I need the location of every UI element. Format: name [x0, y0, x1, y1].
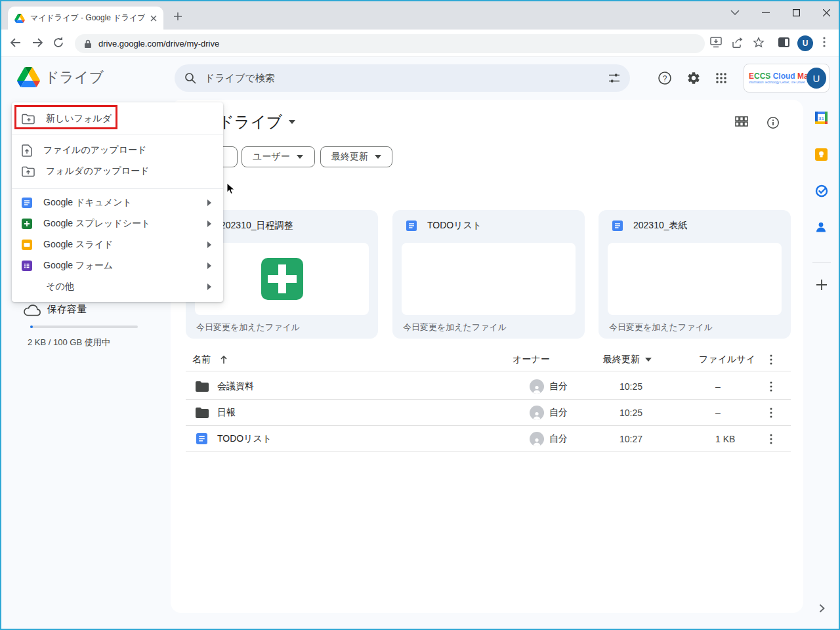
submenu-arrow-icon	[207, 220, 211, 227]
bookmark-star-icon[interactable]	[753, 37, 765, 49]
sort-ascending-icon[interactable]	[220, 355, 228, 364]
forms-app-icon	[22, 261, 32, 271]
docs-file-icon	[612, 220, 623, 231]
menu-item-label: その他	[46, 281, 196, 293]
table-row[interactable]: 会議資料 自分 10:25 –	[186, 373, 791, 400]
file-name: TODOリスト	[217, 426, 272, 452]
file-size: –	[715, 373, 721, 399]
menu-item-google-forms[interactable]: Google フォーム	[12, 255, 223, 276]
owner-avatar	[530, 373, 544, 399]
chip-label: ユーザー	[253, 151, 290, 163]
table-row[interactable]: TODOリスト 自分 10:27 1 KB	[186, 426, 791, 452]
chevron-down-icon	[289, 120, 295, 124]
menu-divider	[12, 135, 223, 135]
browser-menu-icon[interactable]	[823, 37, 826, 47]
reload-icon[interactable]	[52, 36, 65, 49]
search-input[interactable]: ドライブで検索	[175, 64, 630, 92]
slides-app-icon	[22, 240, 32, 250]
modified-time: 10:27	[620, 426, 642, 452]
settings-gear-icon[interactable]	[686, 71, 701, 85]
back-icon[interactable]	[9, 36, 22, 49]
submenu-arrow-icon	[207, 200, 211, 206]
menu-item-label: ファイルのアップロード	[43, 144, 211, 156]
calendar-icon[interactable]: 31	[815, 112, 828, 125]
card-reason: 今日変更を加えたファイル	[196, 322, 300, 333]
drive-favicon	[14, 14, 25, 23]
keep-icon[interactable]	[815, 148, 828, 161]
account-avatar[interactable]: U	[807, 68, 826, 89]
tab-strip: マイドライブ - Google ドライブ	[1, 1, 839, 30]
browser-window: マイドライブ - Google ドライブ	[0, 0, 840, 630]
storage-progress-bar	[30, 326, 138, 328]
suggested-card[interactable]: TODOリスト 今日変更を加えたファイル	[392, 210, 585, 339]
row-more-options-icon[interactable]	[770, 426, 772, 452]
menu-item-google-sheets[interactable]: Google スプレッドシート	[12, 213, 223, 234]
menu-item-label: フォルダのアップロード	[46, 165, 211, 177]
menu-item-file-upload[interactable]: ファイルのアップロード	[12, 140, 223, 161]
share-icon[interactable]	[731, 37, 744, 49]
owner-name: 自分	[549, 400, 568, 425]
column-size[interactable]: ファイルサイ	[699, 348, 755, 371]
new-tab-button[interactable]	[173, 12, 182, 21]
browser-toolbar: drive.google.com/drive/my-drive U	[1, 30, 839, 57]
browser-profile-avatar[interactable]: U	[797, 35, 813, 51]
file-name: 会議資料	[217, 373, 254, 399]
search-placeholder: ドライブで検索	[205, 72, 600, 85]
apps-grid-icon[interactable]	[715, 72, 728, 85]
menu-item-google-docs[interactable]: Google ドキュメント	[12, 192, 223, 213]
docs-file-icon	[406, 220, 417, 231]
owner-name: 自分	[549, 373, 568, 399]
sort-descending-icon[interactable]	[645, 358, 652, 362]
app-name: ドライブ	[45, 68, 104, 87]
download-icon[interactable]	[709, 37, 723, 49]
grid-view-icon[interactable]	[735, 116, 748, 127]
filter-chip-modified[interactable]: 最終更新	[320, 146, 392, 167]
owner-avatar	[530, 400, 544, 425]
menu-item-more[interactable]: その他	[12, 276, 223, 297]
drive-header: ドライブ ドライブで検索 ?	[1, 57, 839, 100]
column-name[interactable]: 名前	[192, 354, 211, 366]
column-owner[interactable]: オーナー	[513, 348, 550, 371]
window-close-button[interactable]	[816, 4, 836, 21]
owner-avatar	[530, 426, 544, 452]
column-modified[interactable]: 最終更新	[603, 354, 640, 366]
sidebar-item-storage[interactable]: 保存容量	[47, 303, 87, 316]
card-title: 202310_表紙	[633, 220, 688, 232]
info-icon[interactable]	[766, 116, 780, 129]
url-bar[interactable]: drive.google.com/drive/my-drive	[75, 34, 705, 53]
contacts-icon[interactable]	[815, 221, 828, 234]
row-more-options-icon[interactable]	[770, 373, 772, 399]
chevron-down-icon	[375, 155, 381, 159]
row-more-options-icon[interactable]	[770, 400, 772, 425]
add-apps-icon[interactable]	[815, 278, 828, 291]
suggested-card[interactable]: 202310_表紙 今日変更を加えたファイル	[598, 210, 791, 339]
sheets-app-icon	[22, 219, 32, 229]
docs-file-icon	[196, 426, 207, 452]
window-minimize-button[interactable]	[756, 4, 776, 21]
table-header: 名前 オーナー 最終更新 ファイルサイ	[186, 348, 791, 371]
side-panel-icon[interactable]	[778, 37, 790, 48]
filter-chip-user[interactable]: ユーザー	[242, 146, 315, 167]
account-badge[interactable]: ECCS Cloud Mail Information Technology C…	[744, 64, 830, 93]
browser-tab[interactable]: マイドライブ - Google ドライブ	[8, 7, 163, 30]
tasks-icon[interactable]	[815, 184, 828, 198]
tab-search-chevron-icon[interactable]	[725, 4, 745, 21]
help-icon[interactable]: ?	[658, 71, 672, 85]
search-icon	[184, 72, 197, 85]
menu-item-folder-upload[interactable]: フォルダのアップロード	[12, 161, 223, 182]
search-options-tune-icon[interactable]	[608, 72, 621, 85]
tab-title: マイドライブ - Google ドライブ	[30, 12, 145, 24]
file-size: 1 KB	[715, 426, 735, 452]
storage-progress-fill	[30, 326, 33, 328]
menu-item-google-slides[interactable]: Google スライド	[12, 234, 223, 255]
collapse-panel-chevron-icon[interactable]	[819, 604, 832, 617]
forward-icon[interactable]	[31, 36, 44, 49]
tab-close-icon[interactable]	[150, 15, 157, 22]
drive-logo[interactable]	[17, 67, 40, 90]
more-options-icon[interactable]	[770, 348, 772, 371]
file-upload-icon	[22, 144, 32, 157]
window-maximize-button[interactable]	[786, 4, 806, 21]
eccs-subtitle: Information Technology Center, The Unive…	[749, 81, 805, 85]
main-content: マイドライブ 種類 ユーザー 最終更新	[171, 100, 803, 613]
table-row[interactable]: 日報 自分 10:25 –	[186, 400, 791, 426]
